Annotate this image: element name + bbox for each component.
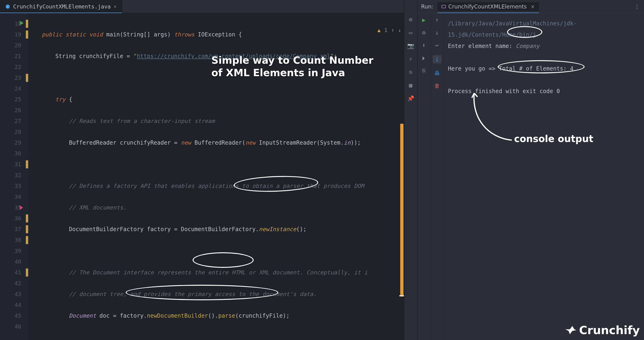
run-mid-toolbar: ↑ ↓ ↩ ⤓ 🖶 🗑 <box>430 13 444 340</box>
run-header: Run: CrunchifyCountXMLElements × ⋮ <box>417 0 644 13</box>
editor-scrollbar[interactable] <box>400 124 404 296</box>
console-user-input: Company <box>516 43 540 49</box>
gear-icon[interactable]: ⚙ <box>408 17 414 23</box>
scroll-to-end-icon[interactable]: ⤓ <box>432 55 442 64</box>
run-label: Run: <box>421 4 433 10</box>
annotation-circle <box>507 26 542 38</box>
warning-count: 1 <box>384 27 387 33</box>
editor-side-toolbar: ⚙ ▭ 📷 ⚡ ⎋ ▦ 📌 <box>404 0 417 340</box>
scrollbar-caret-marker <box>399 295 404 296</box>
print-icon[interactable]: 🖶 <box>434 70 440 76</box>
close-icon[interactable]: × <box>530 4 535 10</box>
editor-tab-bar: C CrunchifyCountXMLElements.java × <box>0 0 404 13</box>
overlay-title: Simple way to Count Number of XML Elemen… <box>212 54 374 79</box>
breakpoint-icon[interactable] <box>20 206 23 210</box>
structure-icon[interactable]: ▦ <box>408 82 414 88</box>
java-class-icon: C <box>5 4 10 9</box>
annotation-circle <box>126 285 278 300</box>
warning-icon: ▲ <box>378 27 380 33</box>
down-icon[interactable]: ⬇ <box>421 42 427 48</box>
editor-tab[interactable]: C CrunchifyCountXMLElements.java × <box>0 0 122 13</box>
run-config-name: CrunchifyCountXMLElements <box>448 4 527 10</box>
rerun-icon[interactable]: ▶ <box>421 17 427 23</box>
run-left-toolbar: ▶ ⚙ ⬇ ⏵ ⎘ <box>417 13 430 340</box>
up-arrow-icon[interactable]: ↑ <box>434 17 440 23</box>
editor-pane: C CrunchifyCountXMLElements.java × 18 19… <box>0 0 404 340</box>
annotation-circle <box>498 60 584 73</box>
line-number-gutter: 18 19 20 21 22 23 24 25 26 27 28 29 30 3… <box>0 13 28 340</box>
down-arrow-icon[interactable]: ↓ <box>434 30 440 36</box>
exit-icon[interactable]: ⎋ <box>408 69 414 75</box>
prev-highlight-icon[interactable]: ↑ <box>391 27 394 33</box>
annotation-arrow <box>470 91 516 145</box>
application-icon <box>441 4 446 9</box>
filter-icon[interactable]: ⏵ <box>421 55 427 61</box>
clear-icon[interactable]: 🗑 <box>434 83 440 89</box>
svg-rect-2 <box>442 5 446 8</box>
console-output[interactable]: /Library/Java/JavaVirtualMachines/jdk-15… <box>444 13 644 340</box>
soft-wrap-icon[interactable]: ↩ <box>434 42 440 48</box>
pin-icon[interactable]: 📌 <box>408 95 414 102</box>
export-icon[interactable]: ⎘ <box>421 68 427 74</box>
console-prompt: Enter element name: <box>448 43 516 49</box>
inspection-indicators[interactable]: ▲ 1 ↑ ↓ <box>378 27 401 33</box>
svg-text:C: C <box>6 5 9 8</box>
crunchify-bird-icon <box>564 323 577 337</box>
more-icon[interactable]: ⋮ <box>634 4 640 10</box>
close-icon[interactable]: × <box>114 4 116 10</box>
run-config-tab[interactable]: CrunchifyCountXMLElements × <box>438 2 539 11</box>
editor-tab-label: CrunchifyCountXMLElements.java <box>13 4 110 10</box>
annotation-circle <box>192 252 254 268</box>
next-highlight-icon[interactable]: ↓ <box>398 27 401 33</box>
camera-icon[interactable]: 📷 <box>408 43 414 49</box>
crunchify-logo: Crunchify <box>564 323 640 337</box>
console-jdk-path: /Library/Java/JavaVirtualMachines/jdk-15… <box>448 18 640 41</box>
stop-icon[interactable]: ⚙ <box>421 30 427 36</box>
annotation-label: console output <box>514 133 593 144</box>
run-tool-window: Run: CrunchifyCountXMLElements × ⋮ ▶ ⚙ ⬇… <box>417 0 644 340</box>
layout-icon[interactable]: ▭ <box>408 30 414 36</box>
plug-icon[interactable]: ⚡ <box>408 56 414 62</box>
